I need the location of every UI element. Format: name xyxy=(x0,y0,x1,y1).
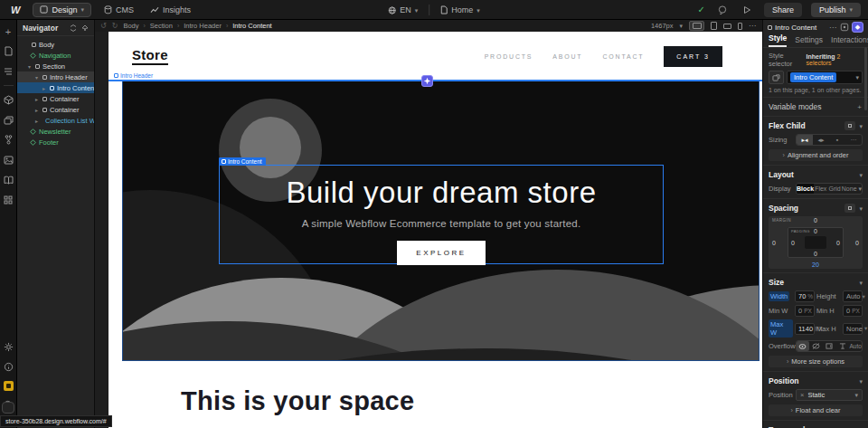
help-icon[interactable] xyxy=(3,361,14,373)
tree-item-footer[interactable]: Footer xyxy=(17,137,94,147)
assets-icon[interactable] xyxy=(3,154,14,166)
site-logo[interactable]: Store xyxy=(132,47,168,64)
explore-button[interactable]: EXPLORE xyxy=(397,241,485,265)
overflow-auto-option[interactable]: Auto xyxy=(849,341,862,351)
panel-scrollbar[interactable] xyxy=(864,47,867,110)
padding-top-value[interactable]: 0 xyxy=(788,228,843,234)
caret-collapsed-icon[interactable]: ▸ xyxy=(33,96,40,102)
overflow-scroll-option[interactable] xyxy=(823,341,835,351)
canvas-width-value[interactable]: 1467px xyxy=(651,22,674,30)
libraries-icon[interactable] xyxy=(3,174,14,185)
spacing-editor[interactable]: MARGIN 0 0 0 20 PADDING 0 0 0 0 xyxy=(769,216,863,269)
more-breakpoints-icon[interactable]: ⋯ xyxy=(749,22,757,30)
breadcrumb-intro-header[interactable]: Intro Header xyxy=(184,22,222,30)
page-selector[interactable]: Home ▾ xyxy=(437,4,484,16)
publish-button[interactable]: Publish ▾ xyxy=(811,3,861,17)
padding-editor[interactable]: PADDING 0 0 0 0 xyxy=(788,227,844,258)
chevron-down-icon[interactable]: ▾ xyxy=(859,172,863,178)
height-input[interactable]: Auto▾ xyxy=(843,290,863,302)
width-input[interactable]: 70% xyxy=(795,290,815,302)
inheriting-status[interactable]: Inheriting 2 selectors xyxy=(807,53,863,66)
hero-subtitle[interactable]: A simple Webflow Ecommerce template to g… xyxy=(302,218,581,229)
webflow-logo-icon[interactable]: W xyxy=(7,5,24,15)
max-width-input[interactable]: 1140PX xyxy=(795,323,815,335)
preview-button[interactable] xyxy=(740,4,755,16)
min-width-unit[interactable]: PX xyxy=(804,308,812,314)
tab-interactions[interactable]: Interactions xyxy=(831,35,868,47)
ai-assistant-button[interactable]: ◆ xyxy=(852,22,863,33)
nav-link-products[interactable]: PRODUCTS xyxy=(485,53,533,60)
overflow-visible-option[interactable] xyxy=(797,341,809,351)
caret-collapsed-icon[interactable]: ▸ xyxy=(33,107,40,113)
component-create-icon[interactable] xyxy=(840,23,849,32)
sizing-shrink-option[interactable]: ▸◂ xyxy=(797,135,813,145)
share-button[interactable]: Share xyxy=(764,3,802,17)
tree-item-container[interactable]: ▸ Container xyxy=(17,93,94,104)
max-height-input[interactable]: None▾ xyxy=(843,323,863,335)
chevron-down-icon[interactable]: ▾ xyxy=(859,205,863,212)
breakpoint-mobile-landscape[interactable] xyxy=(723,24,731,29)
intro-content-selection[interactable]: Intro Content Build your dream store A s… xyxy=(219,165,664,264)
breakpoint-tablet[interactable] xyxy=(711,22,717,30)
alignment-order-button[interactable]: › Alignment and order xyxy=(769,149,863,161)
chevron-down-icon[interactable]: ▾ xyxy=(859,378,863,385)
nav-link-contact[interactable]: CONTACT xyxy=(602,53,644,60)
class-pill[interactable]: Intro Content xyxy=(790,72,836,82)
overflow-clip-option[interactable] xyxy=(836,341,849,351)
components-icon[interactable] xyxy=(3,94,14,106)
help-widget[interactable] xyxy=(2,402,14,414)
nav-link-about[interactable]: ABOUT xyxy=(552,53,582,60)
sizing-more-option[interactable]: ⋯ xyxy=(845,135,862,145)
caret-collapsed-icon[interactable]: ▸ xyxy=(33,118,40,124)
insights-button[interactable]: Insights xyxy=(146,4,194,16)
padding-bottom-value[interactable]: 0 xyxy=(788,251,843,257)
display-flex-option[interactable]: Flex xyxy=(814,184,827,194)
next-section-title[interactable]: This is your space xyxy=(181,386,414,416)
navigator-icon[interactable] xyxy=(3,65,14,77)
intro-header-tag[interactable]: Intro Header xyxy=(112,72,155,79)
tree-item-intro-header[interactable]: ▾ Intro Header xyxy=(17,71,94,82)
margin-bottom-value[interactable]: 20 xyxy=(769,262,863,268)
hero-title[interactable]: Build your dream store xyxy=(287,176,597,209)
padding-left-value[interactable]: 0 xyxy=(791,240,795,246)
interactions-icon[interactable] xyxy=(3,134,14,146)
pin-icon[interactable] xyxy=(81,24,89,32)
min-height-unit[interactable]: PX xyxy=(852,308,860,314)
breakpoint-desktop[interactable] xyxy=(689,21,704,31)
float-clear-button[interactable]: › Float and clear xyxy=(769,404,863,416)
min-height-input[interactable]: 0PX xyxy=(843,305,863,317)
add-element-icon[interactable]: + xyxy=(3,25,14,37)
breadcrumb-intro-content[interactable]: Intro Content xyxy=(232,22,271,30)
tree-item-collection-list[interactable]: ▸ Collection List Wra... xyxy=(17,115,94,126)
margin-left-value[interactable]: 0 xyxy=(772,240,776,246)
tab-style[interactable]: Style xyxy=(769,33,787,47)
tree-item-container[interactable]: ▸ Container xyxy=(17,104,94,115)
tree-item-body[interactable]: Body xyxy=(17,39,94,50)
breadcrumb-body[interactable]: Body xyxy=(123,22,138,30)
undo-icon[interactable]: ↺ xyxy=(100,22,107,30)
display-block-option[interactable]: Block xyxy=(797,184,814,194)
pages-icon[interactable] xyxy=(3,45,14,57)
language-selector[interactable]: EN ▾ xyxy=(384,4,421,16)
comments-button[interactable] xyxy=(714,4,731,16)
section-drag-handle[interactable] xyxy=(421,75,433,87)
sizing-fixed-option[interactable]: ▪ xyxy=(829,135,845,145)
apps-icon[interactable] xyxy=(3,194,14,205)
more-size-options-button[interactable]: › More size options xyxy=(769,356,863,367)
tree-item-intro-content[interactable]: ▸ Intro Content xyxy=(17,82,94,93)
page-preview[interactable]: Store PRODUCTS ABOUT CONTACT CART 3 xyxy=(108,32,762,428)
caret-expanded-icon[interactable]: ▾ xyxy=(33,74,40,81)
min-width-input[interactable]: 0PX xyxy=(795,305,815,317)
display-grid-option[interactable]: Grid xyxy=(827,184,841,194)
more-options-icon[interactable]: ⋯ xyxy=(829,24,837,32)
overflow-hidden-option[interactable] xyxy=(810,341,823,351)
chevron-down-icon[interactable]: ▾ xyxy=(859,123,863,129)
margin-top-value[interactable]: 0 xyxy=(769,217,863,224)
design-mode-button[interactable]: Design ▾ xyxy=(33,3,91,17)
intro-header-section[interactable]: Intro Content Build your dream store A s… xyxy=(122,81,760,361)
width-unit[interactable]: % xyxy=(807,293,813,300)
redo-icon[interactable]: ↻ xyxy=(112,22,118,30)
collapse-all-icon[interactable] xyxy=(70,24,77,32)
intro-content-tag[interactable]: Intro Content xyxy=(219,157,266,166)
chevron-down-icon[interactable]: ▾ xyxy=(859,280,863,286)
